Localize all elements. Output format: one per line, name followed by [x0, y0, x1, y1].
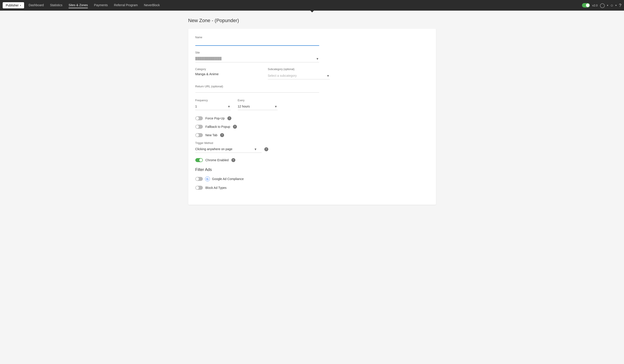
name-input[interactable] — [195, 40, 319, 46]
globe-chevron-icon[interactable]: ▾ — [615, 4, 617, 7]
site-label: Site — [195, 51, 429, 54]
globe-icon[interactable]: ○ — [611, 3, 613, 8]
new-tab-row: New Tab ? — [195, 133, 429, 137]
force-popup-help-icon[interactable]: ? — [227, 116, 231, 120]
frequency-label: Frequency — [195, 99, 231, 102]
trigger-row: Clicking anywhere on page ▾ ? — [195, 146, 271, 153]
every-select-wrapper: 12 hours ▾ — [238, 103, 278, 110]
new-tab-toggle[interactable] — [195, 133, 203, 137]
nav-dashboard[interactable]: Dashboard — [28, 2, 44, 8]
return-url-label: Return URL (optional) — [195, 85, 429, 88]
category-row: Category Manga & Anime Subcategory (opti… — [195, 68, 429, 79]
publisher-label: Publisher — [6, 3, 19, 7]
help-icon[interactable]: ? — [619, 3, 621, 8]
nav-sites-zones[interactable]: Sites & Zones — [69, 2, 88, 8]
nav-links: Dashboard Statistics Sites & Zones Payme… — [28, 2, 581, 8]
force-popup-label: Force Pop-Up — [206, 117, 225, 120]
trigger-method-section: Trigger Method Clicking anywhere on page… — [195, 142, 429, 153]
return-url-divider — [195, 92, 319, 93]
frequency-select-wrapper: 1 ▾ — [195, 103, 231, 110]
block-ad-label: Block Ad Types — [206, 186, 227, 189]
publisher-button[interactable]: Publisher ▾ — [3, 2, 24, 8]
nav-right: v2.0 ◯ ▾ ○ ▾ ? — [582, 3, 621, 8]
category-value: Manga & Anime — [195, 72, 257, 76]
version-label: v2.0 — [592, 4, 598, 7]
frequency-row: Frequency 1 ▾ Every 12 hours ▾ — [195, 99, 429, 110]
subcategory-select-wrapper: Select a subcategory ▾ — [268, 72, 330, 79]
site-select[interactable]: ████████████ — [195, 55, 319, 62]
account-icon[interactable]: ◯ — [600, 3, 605, 8]
google-ad-row: G Google Ad Compliance — [195, 177, 429, 181]
main-content: New Zone - (Popunder) Name Site ████████… — [179, 11, 445, 212]
nav-statistics[interactable]: Statistics — [50, 2, 62, 8]
subcategory-select[interactable]: Select a subcategory — [268, 72, 330, 79]
form-card: Name Site ████████████ ▾ Category Manga … — [188, 29, 436, 205]
global-toggle[interactable] — [582, 3, 590, 7]
block-ad-row: Block Ad Types — [195, 186, 429, 190]
frequency-field: Frequency 1 ▾ — [195, 99, 231, 110]
subcategory-label: Subcategory (optional) — [268, 68, 330, 71]
force-popup-toggle[interactable] — [195, 116, 203, 120]
trigger-select-wrapper: Clicking anywhere on page ▾ — [195, 146, 262, 153]
every-field: Every 12 hours ▾ — [238, 99, 278, 110]
trigger-method-label: Trigger Method — [195, 142, 429, 145]
chrome-enabled-label: Chrome Enabled — [206, 158, 229, 162]
every-select[interactable]: 12 hours — [238, 103, 278, 110]
filter-ads-title: Filter Ads — [195, 167, 429, 172]
topnav: Publisher ▾ Dashboard Statistics Sites &… — [0, 0, 624, 11]
nav-referral[interactable]: Referral Program — [114, 2, 138, 8]
trigger-help-icon[interactable]: ? — [264, 147, 268, 151]
nav-bottom-chevron — [310, 10, 314, 12]
site-field-group: Site ████████████ ▾ — [195, 51, 429, 62]
google-ad-toggle[interactable] — [195, 177, 203, 181]
fallback-popup-toggle[interactable] — [195, 125, 203, 129]
google-icon: G — [205, 177, 210, 181]
return-url-section: Return URL (optional) — [195, 85, 429, 93]
nav-payments[interactable]: Payments — [94, 2, 108, 8]
new-tab-label: New Tab — [206, 133, 217, 137]
subcategory-group: Subcategory (optional) Select a subcateg… — [268, 68, 330, 79]
fallback-popup-help-icon[interactable]: ? — [233, 125, 237, 129]
account-chevron-icon[interactable]: ▾ — [607, 4, 608, 7]
trigger-select[interactable]: Clicking anywhere on page — [195, 146, 262, 153]
frequency-select[interactable]: 1 — [195, 103, 231, 110]
nav-neverblock[interactable]: NeverBlock — [144, 2, 160, 8]
chrome-enabled-row: Chrome Enabled ? — [195, 158, 429, 162]
publisher-chevron-icon: ▾ — [20, 4, 21, 7]
google-ad-label: Google Ad Compliance — [212, 177, 244, 181]
page-title: New Zone - (Popunder) — [188, 18, 436, 24]
block-ad-toggle[interactable] — [195, 186, 203, 190]
category-group: Category Manga & Anime — [195, 68, 257, 76]
filter-ads-section: Filter Ads G Google Ad Compliance Block … — [195, 167, 429, 190]
chrome-enabled-help-icon[interactable]: ? — [231, 158, 235, 162]
fallback-popup-row: Fallback to Popup ? — [195, 125, 429, 129]
force-popup-row: Force Pop-Up ? — [195, 116, 429, 120]
new-tab-help-icon[interactable]: ? — [220, 133, 224, 137]
chrome-enabled-toggle[interactable] — [195, 158, 203, 162]
site-select-wrapper: ████████████ ▾ — [195, 55, 319, 62]
category-label: Category — [195, 68, 257, 71]
fallback-popup-label: Fallback to Popup — [206, 125, 230, 129]
every-label: Every — [238, 99, 278, 102]
name-field-group: Name — [195, 36, 429, 46]
name-label: Name — [195, 36, 429, 39]
